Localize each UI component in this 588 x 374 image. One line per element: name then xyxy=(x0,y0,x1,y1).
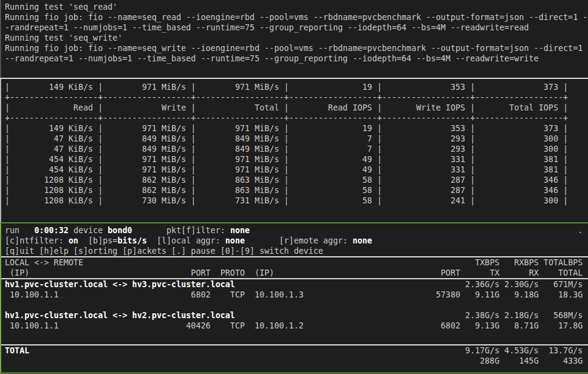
fio-table-row: | 149 KiB/s | 971 MiB/s | 971 MiB/s | 19… xyxy=(5,123,588,134)
fio-table-separator: +------------------+------------------+-… xyxy=(5,113,588,123)
netmon-header-line: LOCAL <-> REMOTE TXBPS RXBPS TOTALBPS xyxy=(1,256,588,268)
netmon-pane: run 0:00:32 device bond0 pkt[f]ilter: no… xyxy=(0,223,588,374)
netmon-connection-detail-line: 10.100.1.1 40426 TCP 10.100.1.2 6802 9.1… xyxy=(5,321,588,331)
fio-table-row: | 47 KiB/s | 849 MiB/s | 849 MiB/s | 7 |… xyxy=(5,134,588,144)
fio-log-line: -randrepeat=1 --numjobs=1 --time_based -… xyxy=(5,22,588,33)
netmon-keys-line: [q]uit [h]elp [s]orting [p]ackets [.] pa… xyxy=(5,246,588,256)
fio-results-pane: | 149 KiB/s | 971 MiB/s | 971 MiB/s | 19… xyxy=(0,79,588,222)
fio-log-pane: Running test 'seq_read' Running fio job:… xyxy=(0,0,588,78)
netmon-content: run 0:00:32 device bond0 pkt[f]ilter: no… xyxy=(5,225,588,366)
fio-table-row: | 454 KiB/s | 971 MiB/s | 971 MiB/s | 49… xyxy=(5,154,588,165)
netmon-header-line: (IP) PORT PROTO (IP) PORT TX RX TOTAL xyxy=(1,268,588,279)
netmon-blank-line xyxy=(5,331,588,341)
netmon-status-line: [c]ntfilter: on [b]ps=bits/s [l]ocal agg… xyxy=(5,236,588,246)
netmon-connection-hosts-line: hv1.pvc-cluster.local <-> hv3.pvc-cluste… xyxy=(5,279,588,290)
fio-table-row: | 47 KiB/s | 849 MiB/s | 849 MiB/s | 7 |… xyxy=(5,144,588,154)
fio-table-row: | 454 KiB/s | 971 MiB/s | 971 MiB/s | 49… xyxy=(5,165,588,175)
fio-table-row: | 1208 KiB/s | 862 MiB/s | 863 MiB/s | 5… xyxy=(5,175,588,185)
netmon-connection-detail-line: 10.100.1.1 6802 TCP 10.100.1.3 57380 9.1… xyxy=(5,290,588,300)
netmon-connection-hosts-line: hv1.pvc-cluster.local <-> hv2.pvc-cluste… xyxy=(5,310,588,321)
fio-table-preview-row: | 149 KiB/s | 971 MiB/s | 971 MiB/s | 19… xyxy=(5,82,588,92)
fio-log-line: Running test 'seq_read' xyxy=(5,2,588,12)
netmon-total-bytes-line: 288G 145G 433G xyxy=(5,356,588,366)
fio-table-separator: +------------------+------------------+-… xyxy=(5,92,588,103)
fio-log-line: Running fio job: fio --name=seq_read --i… xyxy=(5,12,588,22)
netmon-status-line: run 0:00:32 device bond0 pkt[f]ilter: no… xyxy=(5,225,588,236)
fio-results-table: | 149 KiB/s | 971 MiB/s | 971 MiB/s | 19… xyxy=(5,82,588,206)
fio-log-line: Running test 'seq_write' xyxy=(5,33,588,43)
fio-log-line: --randrepeat=1 --numjobs=1 --time_based … xyxy=(5,53,588,64)
fio-table-row: | 1208 KiB/s | 730 MiB/s | 731 MiB/s | 5… xyxy=(5,195,588,206)
fio-table-header-row: | Read | Write | Total | Read IOPS | Wri… xyxy=(5,103,588,113)
netmon-total-line: TOTAL 9.17G/s 4.53G/s 13.7G/s xyxy=(1,344,588,356)
netmon-blank-line xyxy=(5,300,588,310)
terminal-screen[interactable]: Running test 'seq_read' Running fio job:… xyxy=(0,0,588,374)
fio-table-row: | 1208 KiB/s | 862 MiB/s | 863 MiB/s | 5… xyxy=(5,185,588,195)
fio-log-line: Running fio job: fio --name=seq_write --… xyxy=(5,43,588,53)
